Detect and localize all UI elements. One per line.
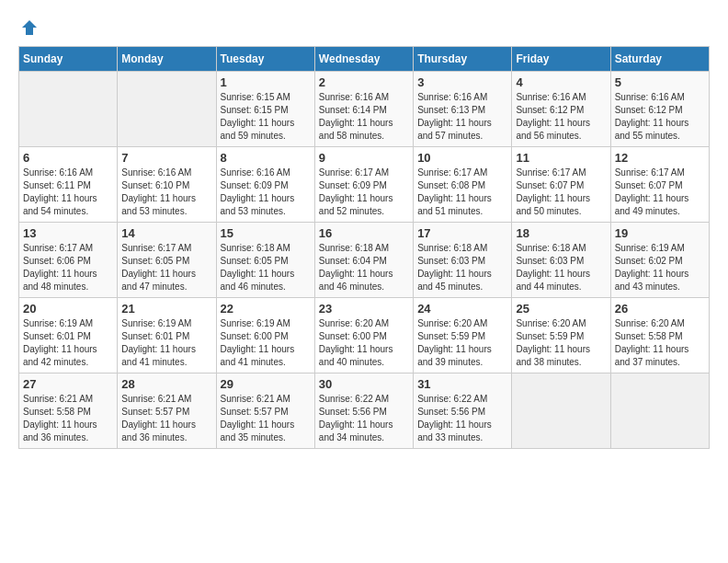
day-info: Sunrise: 6:20 AMSunset: 5:59 PMDaylight:… bbox=[417, 317, 507, 369]
day-info: Sunrise: 6:17 AMSunset: 6:07 PMDaylight:… bbox=[516, 167, 606, 218]
svg-marker-0 bbox=[22, 20, 37, 35]
day-number: 21 bbox=[121, 302, 211, 316]
day-info: Sunrise: 6:22 AMSunset: 5:56 PMDaylight:… bbox=[319, 393, 409, 444]
calendar-cell: 17Sunrise: 6:18 AMSunset: 6:03 PMDayligh… bbox=[414, 223, 512, 298]
calendar-cell: 4Sunrise: 6:16 AMSunset: 6:12 PMDaylight… bbox=[512, 72, 610, 147]
calendar-cell: 27Sunrise: 6:21 AMSunset: 5:58 PMDayligh… bbox=[19, 373, 118, 449]
day-info: Sunrise: 6:16 AMSunset: 6:14 PMDaylight:… bbox=[319, 91, 409, 143]
calendar-cell: 19Sunrise: 6:19 AMSunset: 6:02 PMDayligh… bbox=[610, 223, 709, 298]
calendar-week-row: 1Sunrise: 6:15 AMSunset: 6:15 PMDaylight… bbox=[19, 72, 710, 147]
day-info: Sunrise: 6:20 AMSunset: 5:58 PMDaylight:… bbox=[615, 317, 705, 369]
logo bbox=[18, 18, 40, 37]
calendar-cell: 14Sunrise: 6:17 AMSunset: 6:05 PMDayligh… bbox=[118, 223, 216, 298]
day-number: 6 bbox=[23, 151, 113, 165]
day-info: Sunrise: 6:18 AMSunset: 6:05 PMDaylight:… bbox=[221, 242, 311, 293]
day-number: 26 bbox=[615, 302, 705, 316]
day-number: 1 bbox=[221, 75, 311, 89]
calendar-week-row: 20Sunrise: 6:19 AMSunset: 6:01 PMDayligh… bbox=[19, 298, 710, 373]
calendar-cell: 12Sunrise: 6:17 AMSunset: 6:07 PMDayligh… bbox=[610, 147, 709, 223]
calendar-cell: 6Sunrise: 6:16 AMSunset: 6:11 PMDaylight… bbox=[19, 147, 118, 223]
calendar-cell: 20Sunrise: 6:19 AMSunset: 6:01 PMDayligh… bbox=[19, 298, 118, 373]
calendar-cell: 28Sunrise: 6:21 AMSunset: 5:57 PMDayligh… bbox=[118, 373, 216, 449]
day-number: 25 bbox=[516, 302, 606, 316]
day-info: Sunrise: 6:21 AMSunset: 5:57 PMDaylight:… bbox=[121, 393, 211, 444]
calendar-cell: 18Sunrise: 6:18 AMSunset: 6:03 PMDayligh… bbox=[512, 223, 610, 298]
calendar-cell: 2Sunrise: 6:16 AMSunset: 6:14 PMDaylight… bbox=[314, 72, 413, 147]
day-number: 22 bbox=[221, 302, 311, 316]
calendar-cell: 10Sunrise: 6:17 AMSunset: 6:08 PMDayligh… bbox=[414, 147, 512, 223]
calendar-cell: 8Sunrise: 6:16 AMSunset: 6:09 PMDaylight… bbox=[216, 147, 314, 223]
calendar-cell bbox=[118, 72, 216, 147]
calendar-cell: 7Sunrise: 6:16 AMSunset: 6:10 PMDaylight… bbox=[118, 147, 216, 223]
calendar-cell: 22Sunrise: 6:19 AMSunset: 6:00 PMDayligh… bbox=[216, 298, 314, 373]
day-number: 12 bbox=[615, 151, 705, 165]
calendar-week-row: 6Sunrise: 6:16 AMSunset: 6:11 PMDaylight… bbox=[19, 147, 710, 223]
day-number: 30 bbox=[319, 377, 409, 391]
day-header-friday: Friday bbox=[512, 47, 610, 72]
day-number: 8 bbox=[221, 151, 311, 165]
day-header-wednesday: Wednesday bbox=[314, 47, 413, 72]
day-info: Sunrise: 6:18 AMSunset: 6:04 PMDaylight:… bbox=[319, 242, 409, 293]
calendar-cell: 13Sunrise: 6:17 AMSunset: 6:06 PMDayligh… bbox=[19, 223, 118, 298]
day-number: 24 bbox=[417, 302, 507, 316]
calendar-header-row: SundayMondayTuesdayWednesdayThursdayFrid… bbox=[19, 47, 710, 72]
day-info: Sunrise: 6:19 AMSunset: 6:00 PMDaylight:… bbox=[221, 317, 311, 369]
day-info: Sunrise: 6:21 AMSunset: 5:58 PMDaylight:… bbox=[23, 393, 113, 444]
day-info: Sunrise: 6:17 AMSunset: 6:08 PMDaylight:… bbox=[417, 167, 507, 218]
day-number: 28 bbox=[121, 377, 211, 391]
calendar-cell: 26Sunrise: 6:20 AMSunset: 5:58 PMDayligh… bbox=[610, 298, 709, 373]
day-info: Sunrise: 6:18 AMSunset: 6:03 PMDaylight:… bbox=[516, 242, 606, 293]
calendar-cell: 1Sunrise: 6:15 AMSunset: 6:15 PMDaylight… bbox=[216, 72, 314, 147]
day-info: Sunrise: 6:22 AMSunset: 5:56 PMDaylight:… bbox=[417, 393, 507, 444]
calendar-table: SundayMondayTuesdayWednesdayThursdayFrid… bbox=[18, 46, 710, 449]
day-number: 29 bbox=[221, 377, 311, 391]
day-info: Sunrise: 6:17 AMSunset: 6:06 PMDaylight:… bbox=[23, 242, 113, 293]
day-header-saturday: Saturday bbox=[610, 47, 709, 72]
day-info: Sunrise: 6:17 AMSunset: 6:05 PMDaylight:… bbox=[121, 242, 211, 293]
day-number: 23 bbox=[319, 302, 409, 316]
day-info: Sunrise: 6:18 AMSunset: 6:03 PMDaylight:… bbox=[417, 242, 507, 293]
day-info: Sunrise: 6:16 AMSunset: 6:09 PMDaylight:… bbox=[221, 167, 311, 218]
day-info: Sunrise: 6:20 AMSunset: 5:59 PMDaylight:… bbox=[516, 317, 606, 369]
day-number: 31 bbox=[417, 377, 507, 391]
calendar-cell: 24Sunrise: 6:20 AMSunset: 5:59 PMDayligh… bbox=[414, 298, 512, 373]
day-info: Sunrise: 6:16 AMSunset: 6:12 PMDaylight:… bbox=[615, 91, 705, 143]
day-header-monday: Monday bbox=[118, 47, 216, 72]
day-number: 17 bbox=[417, 226, 507, 240]
calendar-cell: 11Sunrise: 6:17 AMSunset: 6:07 PMDayligh… bbox=[512, 147, 610, 223]
calendar-cell bbox=[19, 72, 118, 147]
day-number: 14 bbox=[121, 226, 211, 240]
day-number: 2 bbox=[319, 75, 409, 89]
calendar-cell bbox=[512, 373, 610, 449]
day-info: Sunrise: 6:16 AMSunset: 6:11 PMDaylight:… bbox=[23, 167, 113, 218]
day-number: 20 bbox=[23, 302, 113, 316]
day-info: Sunrise: 6:19 AMSunset: 6:02 PMDaylight:… bbox=[615, 242, 705, 293]
day-info: Sunrise: 6:16 AMSunset: 6:13 PMDaylight:… bbox=[417, 91, 507, 143]
day-header-thursday: Thursday bbox=[414, 47, 512, 72]
day-info: Sunrise: 6:20 AMSunset: 6:00 PMDaylight:… bbox=[319, 317, 409, 369]
day-number: 5 bbox=[615, 75, 705, 89]
day-number: 9 bbox=[319, 151, 409, 165]
day-number: 4 bbox=[516, 75, 606, 89]
day-number: 18 bbox=[516, 226, 606, 240]
calendar-cell: 29Sunrise: 6:21 AMSunset: 5:57 PMDayligh… bbox=[216, 373, 314, 449]
day-number: 7 bbox=[121, 151, 211, 165]
day-info: Sunrise: 6:16 AMSunset: 6:10 PMDaylight:… bbox=[121, 167, 211, 218]
day-info: Sunrise: 6:16 AMSunset: 6:12 PMDaylight:… bbox=[516, 91, 606, 143]
day-number: 3 bbox=[417, 75, 507, 89]
logo-icon bbox=[20, 18, 39, 37]
day-number: 15 bbox=[221, 226, 311, 240]
day-info: Sunrise: 6:21 AMSunset: 5:57 PMDaylight:… bbox=[221, 393, 311, 444]
calendar-cell: 31Sunrise: 6:22 AMSunset: 5:56 PMDayligh… bbox=[414, 373, 512, 449]
day-number: 11 bbox=[516, 151, 606, 165]
calendar-cell: 3Sunrise: 6:16 AMSunset: 6:13 PMDaylight… bbox=[414, 72, 512, 147]
day-number: 16 bbox=[319, 226, 409, 240]
day-info: Sunrise: 6:17 AMSunset: 6:09 PMDaylight:… bbox=[319, 167, 409, 218]
calendar-week-row: 13Sunrise: 6:17 AMSunset: 6:06 PMDayligh… bbox=[19, 223, 710, 298]
day-number: 10 bbox=[417, 151, 507, 165]
day-info: Sunrise: 6:15 AMSunset: 6:15 PMDaylight:… bbox=[221, 91, 311, 143]
page-header bbox=[18, 18, 710, 37]
day-info: Sunrise: 6:19 AMSunset: 6:01 PMDaylight:… bbox=[121, 317, 211, 369]
day-number: 19 bbox=[615, 226, 705, 240]
calendar-cell: 30Sunrise: 6:22 AMSunset: 5:56 PMDayligh… bbox=[314, 373, 413, 449]
